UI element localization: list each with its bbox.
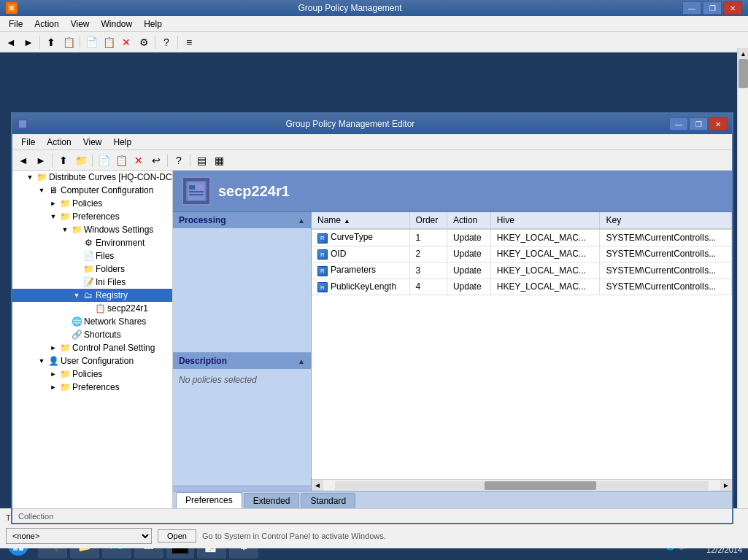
processing-title: Processing — [179, 215, 226, 225]
outer-menu-file[interactable]: File — [3, 18, 28, 31]
tree-p1-expand[interactable]: ► — [47, 200, 59, 207]
col-name[interactable]: Name▲ — [312, 212, 409, 229]
tree-root[interactable]: ▼ 📁 Distribute Curves [HQ-CON-DC — [12, 171, 172, 184]
tree-env-label: Environment — [96, 238, 144, 248]
tree-cc-expand[interactable]: ▼ — [36, 187, 47, 194]
table-row[interactable]: RCurveType 1 Update HKEY_LOCAL_MAC... SY… — [312, 229, 732, 246]
tree-reg-expand[interactable]: ▼ — [71, 292, 82, 299]
forward-icon[interactable]: ► — [20, 34, 36, 50]
properties-icon[interactable]: ⚙ — [136, 34, 152, 50]
editor-copy-icon[interactable]: 📄 — [96, 152, 112, 168]
tree-preferences-1[interactable]: ▼ 📁 Preferences — [12, 210, 172, 223]
table-hscroll[interactable]: ◄ ► — [312, 479, 732, 491]
editor-menu-help[interactable]: Help — [108, 136, 138, 149]
outer-menu-action[interactable]: Action — [28, 18, 64, 31]
tree-network-shares[interactable]: 🌐 Network Shares — [12, 315, 172, 328]
editor-menu-action[interactable]: Action — [41, 136, 77, 149]
outer-minimize-btn[interactable]: — — [682, 1, 701, 15]
tree-environment[interactable]: ⚙ Environment — [12, 236, 172, 249]
help-icon[interactable]: ? — [158, 34, 174, 50]
tree-windows-settings[interactable]: ▼ 📁 Windows Settings — [12, 223, 172, 236]
col-action[interactable]: Action — [447, 212, 490, 229]
col-order[interactable]: Order — [409, 212, 447, 229]
tree-pu-expand[interactable]: ► — [47, 370, 59, 378]
tree-folders[interactable]: 📁 Folders — [12, 262, 172, 276]
table-row[interactable]: RParameters 3 Update HKEY_LOCAL_MAC... S… — [312, 262, 732, 279]
sort-arrow: ▲ — [344, 217, 350, 225]
wmi-filter-select[interactable]: <none> — [6, 528, 152, 544]
editor-minimize-btn[interactable]: — — [669, 117, 688, 131]
editor-view2-icon[interactable]: ▦ — [211, 152, 227, 168]
hscroll-left-btn[interactable]: ◄ — [312, 480, 323, 491]
tab-preferences[interactable]: Preferences — [176, 492, 242, 508]
tree-computer-config[interactable]: ▼ 🖥 Computer Configuration — [12, 184, 172, 197]
editor-maximize-btn[interactable]: ❐ — [689, 117, 708, 131]
outer-menu-window[interactable]: Window — [96, 18, 139, 31]
editor-view1-icon[interactable]: ▤ — [193, 152, 209, 168]
outer-menu-bar: File Action View Window Help — [0, 16, 748, 32]
hscroll-right-btn[interactable]: ► — [720, 480, 732, 491]
editor-paste-icon[interactable]: 📋 — [113, 152, 129, 168]
side-panels: Processing ▲ Description — [173, 212, 312, 491]
tree-p1-label: Policies — [72, 198, 102, 209]
tree-ws-expand[interactable]: ▼ — [59, 226, 71, 233]
back-icon[interactable]: ◄ — [3, 34, 19, 50]
tree-prefu-expand[interactable]: ► — [47, 384, 59, 391]
vscroll-thumb[interactable] — [739, 59, 748, 88]
editor-forward-icon[interactable]: ► — [33, 152, 49, 168]
cell-key: SYSTEM\CurrentControlIs... — [600, 279, 732, 295]
editor-close-btn[interactable]: ✕ — [709, 117, 728, 131]
tree-pref1-expand[interactable]: ▼ — [47, 213, 59, 220]
outer-maximize-btn[interactable]: ❐ — [703, 1, 722, 15]
tabs-bar: Preferences Extended Standard — [173, 491, 732, 508]
editor-menu-view[interactable]: View — [77, 136, 108, 149]
tree-shortcuts[interactable]: 🔗 Shortcuts — [12, 328, 172, 341]
editor-delete-icon[interactable]: ✕ — [131, 152, 147, 168]
wmi-open-btn[interactable]: Open — [158, 529, 196, 542]
outer-vscrollbar[interactable]: ▲ ▼ — [737, 48, 748, 531]
outer-menu-help[interactable]: Help — [138, 18, 168, 31]
editor-up-icon[interactable]: ⬆ — [55, 152, 72, 168]
tree-secp224r1[interactable]: 📋 secp224r1 — [12, 302, 172, 315]
outer-close-btn[interactable]: ✕ — [723, 1, 742, 15]
table-row[interactable]: ROID 2 Update HKEY_LOCAL_MAC... SYSTEM\C… — [312, 246, 732, 262]
editor-status-bar: Collection — [12, 508, 732, 523]
tree-user-config[interactable]: ▼ 👤 User Configuration — [12, 354, 172, 368]
cell-order: 2 — [409, 246, 447, 262]
show-hide-icon[interactable]: 📋 — [61, 34, 77, 50]
tree-registry[interactable]: ▼ 🗂 Registry — [12, 289, 172, 302]
editor-back-icon[interactable]: ◄ — [15, 152, 31, 168]
outer-menu-view[interactable]: View — [65, 18, 96, 31]
tree-root-icon: 📁 — [36, 171, 47, 183]
tree-root-expand[interactable]: ▼ — [24, 174, 36, 181]
table-row[interactable]: RPublicKeyLength 4 Update HKEY_LOCAL_MAC… — [312, 279, 732, 295]
cell-order: 4 — [409, 279, 447, 295]
up-icon[interactable]: ⬆ — [43, 34, 59, 50]
tree-ini-files[interactable]: 📝 Ini Files — [12, 276, 172, 289]
copy-icon[interactable]: 📄 — [83, 34, 99, 50]
tree-control-panel[interactable]: ► 📁 Control Panel Setting — [12, 341, 172, 354]
view-icon[interactable]: ≡ — [181, 34, 197, 50]
processing-collapse-btn[interactable]: ▲ — [298, 217, 305, 225]
editor-tree-icon[interactable]: 📁 — [73, 152, 89, 168]
paste-icon[interactable]: 📋 — [101, 34, 117, 50]
editor-help-icon[interactable]: ? — [171, 152, 187, 168]
col-hive[interactable]: Hive — [490, 212, 600, 229]
tree-cp-expand[interactable]: ► — [47, 344, 59, 351]
col-key[interactable]: Key — [600, 212, 732, 229]
tree-preferences-user[interactable]: ► 📁 Preferences — [12, 381, 172, 394]
description-collapse-btn[interactable]: ▲ — [298, 357, 305, 365]
tab-standard[interactable]: Standard — [301, 493, 355, 508]
tree-policies-1[interactable]: ► 📁 Policies — [12, 197, 172, 210]
editor-undo-icon[interactable]: ↩ — [148, 152, 164, 168]
table-scroll[interactable]: Name▲ Order Action Hive Key — [312, 212, 732, 479]
vscroll-up-btn[interactable]: ▲ — [738, 48, 748, 59]
table-area: Name▲ Order Action Hive Key — [312, 212, 732, 491]
editor-menu-file[interactable]: File — [15, 136, 41, 149]
tree-files[interactable]: 📄 Files — [12, 249, 172, 262]
delete-icon[interactable]: ✕ — [118, 34, 134, 50]
tree-uc-expand[interactable]: ▼ — [36, 357, 47, 365]
hscroll-thumb[interactable] — [485, 481, 597, 490]
tab-extended[interactable]: Extended — [244, 493, 300, 508]
tree-policies-user[interactable]: ► 📁 Policies — [12, 368, 172, 381]
